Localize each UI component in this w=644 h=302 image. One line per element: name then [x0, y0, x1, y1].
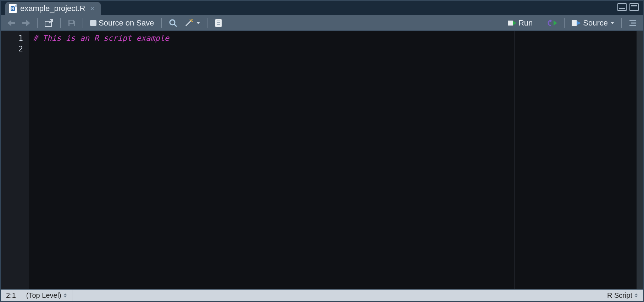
cursor-position-text: 2:1 — [6, 291, 16, 300]
show-in-new-window-button[interactable] — [43, 18, 55, 28]
popout-icon — [45, 19, 53, 27]
minimize-pane-icon[interactable] — [617, 3, 627, 11]
scope-label: (Top Level) — [26, 291, 61, 300]
separator — [83, 18, 83, 28]
save-icon — [68, 19, 76, 27]
separator — [540, 18, 540, 28]
tab-filename: example_project.R — [20, 4, 85, 13]
find-replace-button[interactable] — [167, 18, 179, 28]
svg-marker-18 — [513, 21, 516, 26]
svg-line-10 — [191, 19, 193, 21]
cursor-position[interactable]: 2:1 — [1, 290, 21, 301]
svg-marker-1 — [22, 20, 30, 26]
save-button[interactable] — [66, 18, 78, 28]
svg-marker-22 — [577, 21, 581, 25]
run-icon — [508, 19, 516, 27]
sort-icon — [63, 293, 67, 297]
notebook-icon — [215, 19, 222, 27]
scope-selector[interactable]: (Top Level) — [21, 290, 72, 301]
tab-file[interactable]: R example_project.R × — [5, 2, 101, 15]
forward-button[interactable] — [20, 19, 32, 27]
svg-line-11 — [190, 19, 191, 21]
r-file-icon: R — [9, 4, 17, 13]
separator — [621, 18, 622, 28]
outline-icon — [629, 19, 637, 27]
separator — [207, 18, 207, 28]
separator — [37, 18, 38, 28]
svg-rect-4 — [70, 21, 73, 23]
arrow-right-icon — [22, 20, 30, 26]
sort-icon — [634, 293, 638, 297]
status-bar: 2:1 (Top Level) R Script — [1, 289, 643, 301]
separator — [161, 18, 162, 28]
code-editor[interactable]: 12 # This is an R script example — [1, 31, 643, 289]
svg-rect-17 — [508, 21, 513, 26]
source-label: Source — [583, 18, 608, 28]
tab-bar: R example_project.R × — [1, 1, 643, 15]
svg-rect-5 — [70, 24, 74, 26]
line-number: 1 — [1, 33, 23, 44]
filetype-selector[interactable]: R Script — [602, 290, 643, 301]
source-on-save-toggle[interactable]: Source on Save — [88, 18, 156, 28]
svg-marker-0 — [7, 20, 15, 26]
svg-line-7 — [174, 24, 177, 27]
code-line[interactable] — [33, 44, 632, 54]
editor-toolbar: Source on Save — [1, 15, 643, 31]
source-icon — [572, 19, 581, 27]
close-icon[interactable]: × — [90, 5, 94, 13]
svg-rect-21 — [572, 20, 577, 26]
rerun-button[interactable] — [545, 19, 559, 27]
outline-button[interactable] — [627, 19, 639, 27]
chevron-down-icon — [196, 22, 200, 24]
margin-guide — [515, 31, 515, 289]
code-line[interactable]: # This is an R script example — [33, 33, 632, 44]
filetype-label: R Script — [607, 291, 632, 300]
code-tools-button[interactable] — [182, 18, 202, 28]
maximize-pane-icon[interactable] — [629, 3, 639, 11]
back-button[interactable] — [5, 19, 17, 27]
run-button[interactable]: Run — [506, 18, 535, 28]
svg-marker-19 — [550, 19, 552, 22]
separator — [60, 18, 61, 28]
source-button[interactable]: Source — [570, 18, 616, 28]
compile-report-button[interactable] — [212, 18, 224, 28]
line-number: 2 — [1, 44, 23, 54]
rerun-icon — [547, 19, 557, 27]
svg-marker-20 — [554, 21, 557, 26]
code-area[interactable]: # This is an R script example — [29, 31, 637, 289]
source-editor-pane: R example_project.R × — [0, 0, 644, 302]
arrow-left-icon — [7, 20, 15, 26]
run-label: Run — [518, 18, 533, 28]
magic-wand-icon — [184, 19, 194, 27]
svg-point-6 — [170, 20, 175, 25]
separator — [564, 18, 565, 28]
chevron-down-icon — [611, 22, 614, 24]
checkbox-icon — [90, 20, 96, 26]
svg-line-8 — [186, 21, 191, 26]
line-number-gutter: 12 — [1, 31, 29, 289]
source-on-save-label: Source on Save — [99, 18, 154, 28]
vertical-scrollbar[interactable] — [637, 31, 643, 289]
pane-window-controls — [617, 3, 639, 11]
magnifier-icon — [169, 19, 177, 27]
